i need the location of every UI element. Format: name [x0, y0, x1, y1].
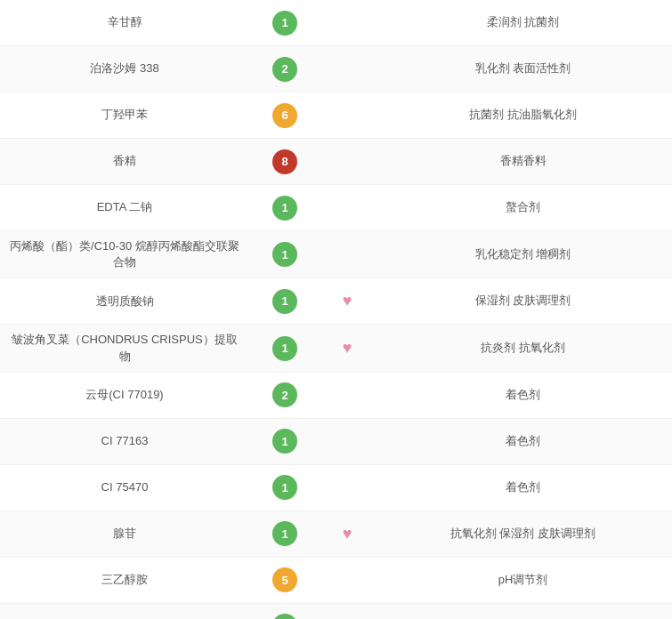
table-row: CI 75470 1 着色剂 — [0, 465, 672, 511]
badge-col: 2 — [249, 57, 320, 82]
ingredient-function: 着色剂 — [374, 386, 672, 405]
table-row: EDTA 二钠 1 螯合剂 — [0, 185, 672, 231]
table-row: 腺苷 1 ♥ 抗氧化剂 保湿剂 皮肤调理剂 — [0, 511, 672, 558]
table-row: 香精 8 香精香料 — [0, 139, 672, 185]
table-row: 辛甘醇 1 柔润剂 抗菌剂 — [0, 0, 672, 46]
ingredient-function: 抗氧化剂 保湿剂 皮肤调理剂 — [374, 525, 672, 543]
ingredient-function: 抗炎剂 抗氧化剂 — [374, 339, 672, 358]
badge-col: 1 — [249, 429, 320, 454]
badge-col: 1 — [249, 242, 320, 267]
ingredient-name: CI 77163 — [0, 433, 249, 449]
safety-badge[interactable]: 3 — [272, 614, 297, 619]
heart-icon[interactable]: ♥ — [343, 292, 352, 310]
badge-col: 3 — [249, 614, 320, 619]
ingredient-name: 透明质酸钠 — [0, 293, 249, 310]
ingredient-name: 云母(CI 77019) — [0, 387, 249, 403]
badge-col: 1 — [249, 521, 320, 546]
ingredient-name: CI 75470 — [0, 479, 249, 495]
ingredient-name: 丙烯酸（酯）类/C10-30 烷醇丙烯酸酯交联聚合物 — [0, 238, 249, 270]
ingredient-function: 着色剂 — [374, 478, 672, 497]
ingredient-function: 螯合剂 — [374, 198, 672, 217]
badge-col: 1 — [249, 336, 320, 361]
ingredient-function: 乳化稳定剂 增稠剂 — [374, 245, 672, 264]
table-row: CI 77163 1 着色剂 — [0, 419, 672, 465]
ingredient-function: 柔润剂 抗菌剂 — [374, 13, 672, 32]
ingredient-function: 抗菌剂 抗油脂氧化剂 — [374, 106, 672, 125]
table-row: 透明质酸钠 1 ♥ 保湿剂 皮肤调理剂 — [0, 278, 672, 325]
ingredient-name: 三乙醇胺 — [0, 572, 249, 588]
heart-icon[interactable]: ♥ — [343, 339, 352, 358]
ingredient-name: EDTA 二钠 — [0, 199, 249, 215]
safety-badge[interactable]: 6 — [272, 103, 297, 128]
badge-col: 6 — [249, 103, 320, 128]
ingredient-name: 泊洛沙姆 338 — [0, 60, 249, 76]
heart-col: ♥ — [320, 339, 374, 358]
badge-col: 1 — [249, 11, 320, 36]
ingredient-name: 香精 — [0, 153, 249, 169]
heart-icon[interactable]: ♥ — [343, 525, 352, 543]
table-row: 云母(CI 77019) 2 着色剂 — [0, 373, 672, 419]
badge-col: 8 — [249, 149, 320, 174]
safety-badge[interactable]: 2 — [272, 57, 297, 82]
heart-col: ♥ — [320, 292, 374, 310]
safety-badge[interactable]: 1 — [272, 242, 297, 267]
table-row: 丁羟甲苯 6 抗菌剂 抗油脂氧化剂 — [0, 92, 672, 139]
safety-badge[interactable]: 1 — [272, 429, 297, 454]
table-row: 泊洛沙姆 338 2 乳化剂 表面活性剂 — [0, 46, 672, 92]
safety-badge[interactable]: 2 — [272, 382, 297, 407]
table-row: 皱波角叉菜（CHONDRUS CRISPUS）提取物 1 ♥ 抗炎剂 抗氧化剂 — [0, 325, 672, 372]
safety-badge[interactable]: 5 — [272, 567, 297, 592]
ingredient-name: 皱波角叉菜（CHONDRUS CRISPUS）提取物 — [0, 332, 249, 364]
ingredient-function: 着色剂 — [374, 432, 672, 451]
table-row: CI 19140 3 着色剂 — [0, 604, 672, 619]
ingredient-name: 丁羟甲苯 — [0, 107, 249, 123]
ingredient-function: 香精香料 — [374, 152, 672, 171]
table-row: 三乙醇胺 5 pH调节剂 — [0, 558, 672, 604]
ingredient-function: pH调节剂 — [374, 571, 672, 590]
badge-col: 5 — [249, 567, 320, 592]
safety-badge[interactable]: 1 — [272, 289, 297, 314]
badge-col: 1 — [249, 475, 320, 500]
safety-badge[interactable]: 1 — [272, 11, 297, 36]
heart-col: ♥ — [320, 525, 374, 543]
safety-badge[interactable]: 1 — [272, 196, 297, 221]
badge-col: 1 — [249, 289, 320, 314]
ingredient-name: 腺苷 — [0, 526, 249, 542]
safety-badge[interactable]: 1 — [272, 336, 297, 361]
safety-badge[interactable]: 1 — [272, 475, 297, 500]
safety-badge[interactable]: 1 — [272, 521, 297, 546]
ingredient-function: 乳化剂 表面活性剂 — [374, 60, 672, 78]
ingredient-name: 辛甘醇 — [0, 14, 249, 30]
ingredient-function: 保湿剂 皮肤调理剂 — [374, 292, 672, 310]
ingredient-table: 辛甘醇 1 柔润剂 抗菌剂 泊洛沙姆 338 2 乳化剂 表面活性剂 丁羟甲苯 … — [0, 0, 672, 619]
badge-col: 1 — [249, 196, 320, 221]
badge-col: 2 — [249, 382, 320, 407]
safety-badge[interactable]: 8 — [272, 149, 297, 174]
table-row: 丙烯酸（酯）类/C10-30 烷醇丙烯酸酯交联聚合物 1 乳化稳定剂 增稠剂 — [0, 231, 672, 278]
